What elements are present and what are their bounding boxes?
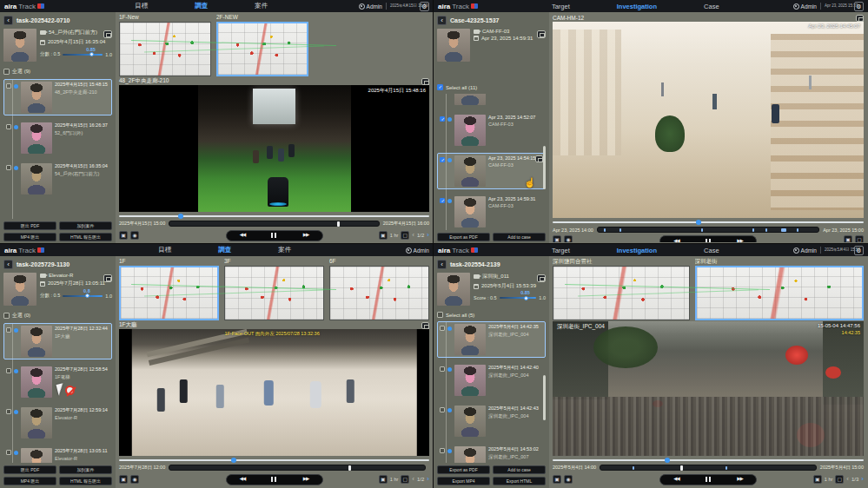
layout-button[interactable]: ▢ (401, 475, 409, 484)
next-button[interactable]: ▶▶ (303, 477, 308, 482)
nav-tab[interactable]: 調查 (218, 246, 231, 254)
fullscreen-icon[interactable] (856, 15, 864, 22)
floorplan-canvas[interactable] (216, 22, 308, 76)
admin-menu[interactable]: Admin (793, 247, 817, 254)
admin-menu[interactable]: Admin (793, 3, 817, 10)
export-button[interactable]: Export MP4 (437, 477, 490, 485)
popout-icon[interactable] (537, 274, 546, 282)
timeline-track[interactable] (169, 221, 380, 227)
video-progress-bar[interactable] (553, 458, 864, 463)
settings-gear-button[interactable]: ⚙ (854, 246, 864, 255)
floorplan-thumb[interactable]: 深圳鹽田合雲社 (553, 258, 690, 320)
timeline-marker[interactable] (781, 228, 786, 232)
detection-checkbox[interactable] (440, 366, 445, 372)
video-progress-bar[interactable] (119, 214, 429, 219)
interval-label[interactable]: 1 hr (825, 477, 832, 482)
nav-tab[interactable]: Investigation (617, 3, 657, 10)
export-button[interactable]: Add to case (493, 233, 546, 241)
previous-button[interactable]: ◀◀ (673, 239, 679, 242)
nav-tab[interactable]: Target (552, 247, 570, 254)
nav-tab[interactable]: 案件 (255, 2, 268, 10)
export-button[interactable]: 加到案件 (59, 465, 112, 474)
export-button[interactable]: 加到案件 (59, 221, 112, 230)
detection-item[interactable]: 2025年7月28日 13:05:11Elevator-R (3, 445, 112, 463)
timeline-marker[interactable] (752, 228, 754, 232)
floorplan-thumb[interactable]: 1F-New (119, 14, 211, 76)
export-button[interactable]: Export as PDF (437, 465, 490, 474)
nav-tab[interactable]: 案件 (278, 246, 291, 254)
clock-button[interactable]: ▣ (813, 475, 822, 484)
settings-gear-button[interactable]: ⚙ (854, 2, 864, 11)
floorplan-canvas[interactable] (329, 266, 429, 320)
interval-label[interactable]: 1 hr (390, 233, 398, 238)
next-button[interactable]: ▶▶ (737, 239, 742, 242)
pause-button[interactable] (271, 477, 276, 482)
back-button[interactable]: ‹ (437, 16, 447, 25)
select-all-checkbox[interactable] (3, 313, 10, 319)
detection-checkbox[interactable] (6, 165, 11, 170)
select-all-checkbox[interactable] (3, 69, 10, 75)
timeline-marker[interactable] (633, 466, 634, 470)
select-all-checkbox[interactable] (437, 84, 443, 90)
score-slider[interactable]: 分數 : 0.50.851.0 (40, 51, 112, 57)
score-track[interactable]: 0.85 (63, 54, 103, 56)
detection-item[interactable]: 2025年5月4日 14:42:43深圳老街_IPC_004 (437, 403, 546, 439)
detection-checkbox[interactable] (440, 116, 445, 122)
floorplan-canvas[interactable] (695, 266, 864, 320)
floorplan-canvas[interactable] (553, 266, 690, 320)
next-button[interactable]: ▶▶ (737, 477, 742, 482)
interval-label[interactable]: 1 hr (390, 477, 398, 482)
export-button[interactable]: MP4 匯出 (3, 477, 56, 485)
popout-icon[interactable] (103, 274, 112, 282)
person-filter-button[interactable]: ◉ (130, 231, 139, 240)
pause-button[interactable] (271, 233, 276, 238)
person-filter-button[interactable]: ◉ (130, 475, 139, 484)
nav-tab[interactable]: Target (552, 3, 570, 10)
timeline-marker[interactable] (680, 465, 683, 471)
detection-item[interactable]: Apr 23, 2025 14:52:07CAM-FF-03 (437, 112, 546, 148)
nav-tab[interactable]: 目標 (158, 246, 171, 254)
clock-button[interactable]: ▣ (844, 235, 852, 242)
person-filter-button[interactable]: ◉ (564, 475, 573, 484)
detection-checkbox[interactable] (6, 368, 11, 373)
export-button[interactable]: MP4 匯出 (3, 233, 56, 241)
video-progress-bar[interactable] (119, 458, 429, 463)
timeline-track[interactable] (169, 465, 426, 471)
nav-tab[interactable]: Case (704, 3, 719, 10)
export-button[interactable]: 匯出 PDF (3, 221, 56, 230)
detection-item[interactable]: 2025年5月4日 14:42:40深圳老街_IPC_004 (437, 362, 546, 399)
detection-item[interactable]: CAM-FF-03 (437, 94, 546, 108)
timeline-marker[interactable] (604, 228, 606, 232)
detection-checkbox[interactable] (6, 124, 11, 129)
previous-button[interactable]: ◀◀ (240, 233, 245, 238)
clock-button[interactable]: ▣ (379, 231, 388, 240)
fullscreen-icon[interactable] (421, 78, 429, 85)
select-all-checkbox[interactable] (437, 312, 443, 318)
pause-button[interactable] (706, 477, 711, 482)
detection-item[interactable]: 2025年4月15日 16:26:3752_6門口(外) (3, 120, 112, 156)
admin-menu[interactable]: Admin (359, 3, 382, 10)
export-button[interactable]: Add to case (493, 465, 546, 474)
detection-item[interactable]: 2025年7月28日 12:32:441F大廳 (3, 323, 112, 359)
snapshot-button[interactable]: ▣ (553, 475, 561, 484)
timeline-marker[interactable] (726, 466, 727, 470)
floorplan-thumb[interactable]: 6F (329, 258, 429, 320)
nav-tab[interactable]: 目標 (135, 2, 148, 10)
timeline-marker[interactable] (620, 228, 621, 232)
popout-icon[interactable] (535, 155, 543, 162)
detection-checkbox[interactable] (440, 198, 445, 203)
export-button[interactable]: HTML 報告匯出 (59, 233, 112, 241)
nav-tab[interactable]: Investigation (617, 247, 657, 254)
floorplan-thumb[interactable]: 2F-NEW (216, 14, 308, 76)
detection-checkbox[interactable] (6, 83, 11, 89)
next-page-arrow[interactable]: › (427, 232, 429, 239)
score-slider[interactable]: Score : 0.50.851.0 (474, 295, 546, 300)
export-button[interactable]: Export HTML (493, 477, 546, 485)
previous-button[interactable]: ◀◀ (240, 477, 245, 482)
floorplan-canvas[interactable] (119, 22, 211, 76)
prev-page-arrow[interactable]: ‹ (412, 232, 414, 239)
back-button[interactable]: ‹ (3, 16, 13, 25)
floorplan-thumb[interactable]: 3F (224, 258, 324, 320)
next-page-arrow[interactable]: › (861, 476, 864, 483)
snapshot-button[interactable]: ▣ (119, 475, 128, 484)
